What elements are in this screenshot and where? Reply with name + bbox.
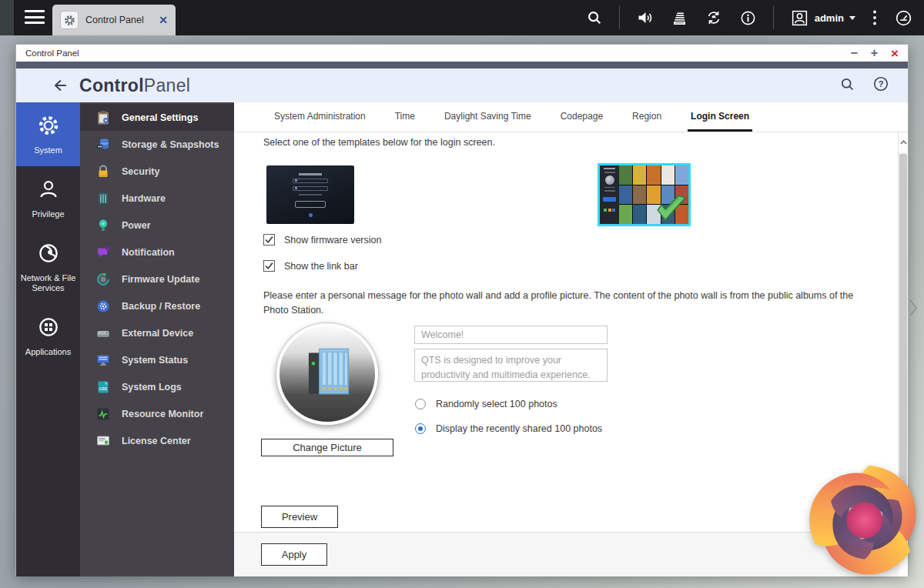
panel-expand-chevron-icon[interactable]	[907, 297, 919, 322]
random-photos-option[interactable]: Randomly select 100 photos	[415, 399, 557, 409]
template-photo-wall-thumbnail[interactable]	[598, 163, 691, 226]
top-taskbar: Control Panel ✕ admin	[0, 0, 924, 35]
nas-device-illustration	[294, 341, 360, 407]
resource-monitor-icon	[95, 406, 111, 422]
sidebar-item-backup-restore[interactable]: Backup / Restore	[80, 292, 234, 319]
volume-icon[interactable]	[636, 8, 654, 27]
welcome-message-input[interactable]	[414, 326, 608, 344]
personal-message-input[interactable]	[414, 349, 608, 382]
sidebar-item-license-center[interactable]: License Center	[80, 427, 234, 454]
primary-sidebar: System Privilege Network & File Services…	[16, 102, 80, 576]
backup-restore-icon	[95, 299, 111, 314]
apply-button[interactable]: Apply	[261, 543, 327, 566]
sidebar-item-hardware[interactable]: Hardware	[80, 185, 234, 212]
monitor-icon	[95, 352, 111, 368]
checkbox-checked-icon[interactable]	[263, 260, 275, 272]
sidebar-item-privilege[interactable]: Privilege	[16, 166, 80, 230]
settings-tabbar: System Administration Time Daylight Savi…	[234, 102, 908, 132]
window-titlebar[interactable]: Control Panel − + ×	[16, 45, 908, 62]
change-picture-button[interactable]: Change Picture	[261, 439, 393, 456]
sidebar-item-firmware-update[interactable]: Firmware Update	[80, 266, 234, 292]
preview-button[interactable]: Preview	[261, 506, 338, 528]
person-icon	[37, 178, 60, 201]
sidebar-item-general-settings[interactable]: General Settings	[80, 104, 234, 131]
radio-label: Randomly select 100 photos	[436, 399, 557, 409]
radio-selected-icon[interactable]	[415, 423, 426, 434]
tab-login-screen[interactable]: Login Screen	[688, 102, 752, 132]
background-tasks-icon[interactable]	[671, 9, 688, 27]
sidebar-item-system[interactable]: System	[16, 102, 80, 166]
user-menu[interactable]: admin	[790, 8, 855, 28]
task-tab-label: Control Panel	[85, 15, 152, 25]
close-button[interactable]: ×	[891, 47, 899, 60]
help-icon[interactable]: ?	[872, 75, 889, 95]
sidebar-item-storage-snapshots[interactable]: Storage & Snapshots	[80, 131, 234, 158]
checkbox-label: Show firmware version	[284, 235, 381, 246]
tab-system-administration[interactable]: System Administration	[271, 102, 369, 132]
scroll-up-icon[interactable]	[899, 132, 908, 152]
external-drive-icon	[95, 326, 111, 341]
header-accent-strip	[16, 62, 908, 68]
sidebar-item-resource-monitor[interactable]: Resource Monitor	[80, 400, 234, 427]
intro-text: Select one of the templates below for th…	[263, 137, 495, 148]
chevron-down-icon	[849, 16, 855, 20]
checkbox-checked-icon[interactable]	[263, 234, 275, 246]
lock-icon	[95, 164, 111, 179]
secondary-sidebar: General Settings Storage & Snapshots Sec…	[80, 102, 234, 576]
recently-shared-photos-option[interactable]: Display the recently shared 100 photos	[415, 423, 602, 434]
page-title: ControlPanel	[79, 75, 839, 96]
show-link-bar-option[interactable]: Show the link bar	[263, 260, 358, 272]
desktop: Control Panel ✕ admin	[0, 0, 924, 588]
sidebar-item-system-status[interactable]: System Status	[80, 346, 234, 373]
info-icon[interactable]	[739, 9, 757, 27]
scrollbar-thumb[interactable]	[899, 154, 907, 509]
sidebar-item-notification[interactable]: Notification	[80, 239, 234, 266]
nas-tower-icon	[95, 191, 111, 206]
sidebar-item-power[interactable]: Power	[80, 212, 234, 239]
login-screen-settings: Select one of the templates below for th…	[234, 132, 899, 532]
template-classic-thumbnail[interactable]	[266, 165, 354, 224]
radio-unselected-icon[interactable]	[415, 399, 426, 409]
profile-picture[interactable]	[276, 323, 378, 425]
control-panel-task-tab[interactable]: Control Panel ✕	[52, 5, 176, 35]
more-options-icon[interactable]	[872, 8, 878, 27]
minimize-button[interactable]: −	[850, 47, 857, 59]
gear-icon	[60, 11, 79, 29]
svg-text:LOG: LOG	[99, 387, 107, 391]
dashboard-icon[interactable]	[894, 8, 913, 28]
checkbox-label: Show the link bar	[284, 261, 358, 272]
action-footer: Apply	[234, 532, 899, 576]
username-label: admin	[815, 12, 844, 24]
tab-codepage[interactable]: Codepage	[557, 102, 606, 132]
sidebar-item-network-file-services[interactable]: Network & File Services	[16, 230, 80, 305]
power-bulb-icon	[95, 218, 111, 233]
control-panel-window: Control Panel − + × ControlPanel ?	[15, 44, 909, 576]
tab-time[interactable]: Time	[392, 102, 418, 132]
search-icon[interactable]	[586, 9, 603, 26]
back-arrow-icon[interactable]	[52, 77, 69, 94]
storage-icon	[95, 137, 111, 152]
sidebar-item-applications[interactable]: Applications	[16, 304, 80, 368]
divider	[619, 6, 620, 29]
close-icon[interactable]: ✕	[159, 14, 168, 26]
sidebar-item-system-logs[interactable]: LOG System Logs	[80, 373, 234, 400]
taskbar-edge	[0, 0, 14, 35]
maximize-button[interactable]: +	[871, 47, 878, 59]
sidebar-item-security[interactable]: Security	[80, 158, 234, 185]
user-avatar-icon	[790, 8, 809, 28]
firmware-update-icon	[95, 272, 111, 287]
sidebar-item-external-device[interactable]: External Device	[80, 319, 234, 346]
globe-icon	[37, 242, 60, 265]
svg-text:?: ?	[879, 79, 884, 89]
taskbar-tray: admin	[586, 0, 913, 35]
watermark-swirl-logo	[807, 462, 922, 579]
tab-region[interactable]: Region	[629, 102, 665, 132]
show-firmware-version-option[interactable]: Show firmware version	[263, 234, 381, 246]
log-document-icon: LOG	[95, 379, 111, 395]
selected-check-icon	[654, 195, 687, 222]
notification-sync-icon[interactable]	[705, 8, 723, 27]
notification-bubble-icon	[95, 245, 111, 260]
tab-daylight-saving-time[interactable]: Daylight Saving Time	[441, 102, 534, 132]
main-menu-icon[interactable]	[25, 10, 45, 25]
header-search-icon[interactable]	[839, 76, 855, 95]
